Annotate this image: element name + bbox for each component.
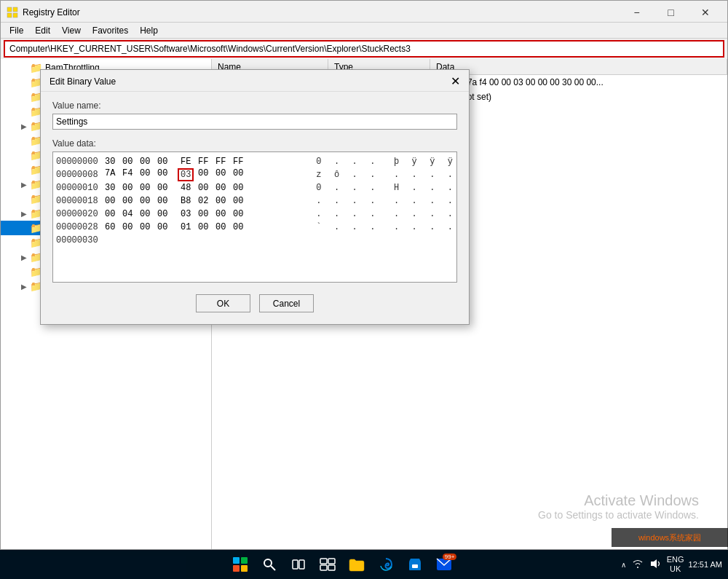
close-button[interactable]: ✕ bbox=[689, 4, 721, 20]
title-controls: − □ ✕ bbox=[620, 4, 721, 20]
value-name-label: Value name: bbox=[52, 101, 457, 111]
virtual-desktop-button[interactable] bbox=[314, 551, 341, 578]
maximize-button[interactable]: □ bbox=[654, 4, 687, 20]
row-value-settings: (value not set) bbox=[433, 92, 724, 102]
hex-row-3: 00000018 00 00 00 00 B8 02 00 00 . . . .… bbox=[56, 194, 454, 208]
hex-bytes-0: 30 00 00 00 FE FF FF FF bbox=[102, 157, 306, 167]
hex-bytes-2: 30 00 00 00 48 00 00 00 bbox=[102, 183, 306, 193]
svg-point-4 bbox=[264, 559, 272, 567]
dialog-close-button[interactable]: ✕ bbox=[447, 74, 463, 90]
taskbar-icons: 99+ bbox=[64, 551, 621, 578]
dialog-buttons: OK Cancel bbox=[52, 294, 457, 315]
cancel-button[interactable]: Cancel bbox=[259, 294, 314, 312]
menu-help[interactable]: Help bbox=[134, 24, 164, 37]
hex-row-4: 00000020 00 04 00 00 03 00 00 00 . . . .… bbox=[56, 208, 454, 221]
hex-addr-2: 00000010 bbox=[56, 183, 102, 193]
value-name-input[interactable] bbox=[52, 114, 457, 130]
svg-rect-11 bbox=[328, 565, 335, 570]
hex-addr-5: 00000028 bbox=[56, 222, 102, 232]
svg-rect-9 bbox=[328, 559, 335, 564]
menu-favorites[interactable]: Favorites bbox=[87, 24, 134, 37]
tray-icons: ∧ ENGUK bbox=[621, 555, 684, 574]
hex-row-2: 00000010 30 00 00 00 48 00 00 00 0 . . .… bbox=[56, 181, 454, 194]
site-watermark: windows系统家园 bbox=[612, 528, 728, 547]
mail-notification: 99+ bbox=[436, 558, 452, 571]
minimize-button[interactable]: − bbox=[620, 4, 653, 20]
svg-rect-0 bbox=[7, 7, 12, 12]
clock-time: 12:51 AM bbox=[689, 559, 722, 570]
expand-arrow: ▶ bbox=[18, 210, 30, 218]
dialog-body: Value name: Value data: 00000000 30 00 0… bbox=[41, 92, 469, 324]
svg-line-5 bbox=[271, 566, 275, 570]
activate-line1: Activate Windows bbox=[538, 492, 699, 509]
hex-bytes-3: 00 00 00 00 B8 02 00 00 bbox=[102, 196, 306, 206]
col-data-header: Data bbox=[430, 59, 727, 74]
hex-addr-3: 00000018 bbox=[56, 196, 102, 206]
hex-editor[interactable]: 00000000 30 00 00 00 FE FF FF FF 0 . . .… bbox=[52, 151, 457, 283]
hex-bytes-4: 00 04 00 00 03 00 00 00 bbox=[102, 209, 306, 219]
menu-bar: File Edit View Favorites Help bbox=[1, 23, 727, 39]
dialog-title-bar: Edit Binary Value ✕ bbox=[41, 70, 469, 92]
row-value-default: 0 fe ff ff 7a f4 00 00 03 00 00 00 30 00… bbox=[433, 77, 724, 87]
taskview-button[interactable] bbox=[285, 551, 312, 578]
hex-bytes-1: 7A F4 00 00 03 00 00 00 bbox=[102, 168, 306, 181]
menu-file[interactable]: File bbox=[4, 24, 29, 37]
tray-arrow[interactable]: ∧ bbox=[621, 561, 626, 569]
windows-start-button[interactable] bbox=[227, 551, 253, 578]
svg-rect-8 bbox=[320, 559, 327, 564]
hex-bytes-5: 60 00 00 00 01 00 00 00 bbox=[102, 222, 306, 232]
volume-icon[interactable] bbox=[649, 558, 661, 571]
window-title: Registry Editor bbox=[23, 7, 80, 17]
svg-rect-6 bbox=[293, 560, 298, 569]
taskbar: 99+ ∧ ENGUK bbox=[0, 550, 728, 579]
svg-rect-2 bbox=[7, 13, 12, 17]
language-indicator[interactable]: ENGUK bbox=[667, 555, 684, 574]
edge-button[interactable] bbox=[373, 551, 399, 578]
windows-logo bbox=[233, 557, 248, 572]
hex-addr-1: 00000008 bbox=[56, 170, 102, 180]
system-tray: ∧ ENGUK 12:51 AM bbox=[621, 555, 722, 574]
svg-rect-3 bbox=[13, 13, 17, 17]
expand-arrow: ▶ bbox=[18, 122, 30, 130]
edit-binary-dialog: Edit Binary Value ✕ Value name: Value da… bbox=[40, 69, 470, 325]
title-bar-left: Registry Editor bbox=[7, 7, 80, 18]
hex-addr-4: 00000020 bbox=[56, 209, 102, 219]
search-taskbar-button[interactable] bbox=[256, 551, 282, 578]
svg-rect-1 bbox=[13, 7, 17, 12]
address-text: Computer\HKEY_CURRENT_USER\Software\Micr… bbox=[9, 44, 411, 54]
expand-arrow: ▶ bbox=[18, 181, 30, 189]
value-data-label: Value data: bbox=[52, 138, 457, 149]
activate-watermark: Activate Windows Go to Settings to activ… bbox=[538, 492, 699, 521]
menu-edit[interactable]: Edit bbox=[29, 24, 56, 37]
menu-view[interactable]: View bbox=[56, 24, 87, 37]
hex-row-6: 00000030 bbox=[56, 234, 454, 247]
store-button[interactable] bbox=[402, 551, 428, 578]
hex-row-0: 00000000 30 00 00 00 FE FF FF FF 0 . . .… bbox=[56, 155, 454, 168]
hex-row-1: 00000008 7A F4 00 00 03 00 00 00 z ô . .… bbox=[56, 168, 454, 181]
svg-rect-13 bbox=[412, 564, 418, 568]
clock[interactable]: 12:51 AM bbox=[689, 559, 722, 570]
mail-button[interactable]: 99+ bbox=[431, 551, 457, 578]
registry-icon bbox=[7, 7, 18, 18]
hex-addr-6: 00000030 bbox=[56, 235, 107, 245]
explorer-button[interactable] bbox=[344, 551, 370, 578]
hex-addr-0: 00000000 bbox=[56, 157, 102, 167]
ok-button[interactable]: OK bbox=[196, 294, 250, 312]
hex-row-5: 00000028 60 00 00 00 01 00 00 00 ` . . .… bbox=[56, 221, 454, 234]
svg-rect-10 bbox=[320, 565, 327, 570]
svg-rect-7 bbox=[299, 560, 304, 569]
address-bar[interactable]: Computer\HKEY_CURRENT_USER\Software\Micr… bbox=[4, 40, 724, 58]
expand-arrow: ▶ bbox=[18, 253, 30, 261]
svg-marker-15 bbox=[651, 559, 657, 568]
activate-line2: Go to Settings to activate Windows. bbox=[538, 509, 699, 521]
title-bar: Registry Editor − □ ✕ bbox=[1, 1, 727, 23]
mail-badge-count: 99+ bbox=[443, 554, 457, 560]
highlighted-byte[interactable]: 03 bbox=[178, 168, 194, 181]
dialog-title-text: Edit Binary Value bbox=[50, 76, 116, 87]
network-icon[interactable] bbox=[632, 558, 644, 572]
expand-arrow: ▶ bbox=[18, 283, 30, 291]
